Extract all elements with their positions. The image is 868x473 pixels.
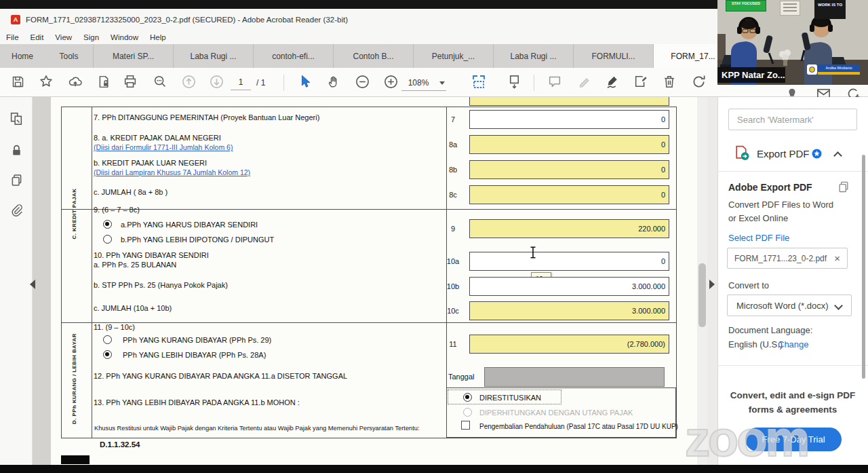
- rotate-pages-button[interactable]: [686, 71, 711, 95]
- tab-formuli[interactable]: FORMULI...: [573, 44, 653, 68]
- tab-laba-rugi-1[interactable]: Laba Rugi ...: [173, 44, 253, 68]
- tab-petunjuk[interactable]: Petunjuk_...: [413, 44, 493, 68]
- row9-radio-a[interactable]: [103, 220, 112, 229]
- tab-laba-rugi-2[interactable]: Laba Rugi ...: [493, 44, 573, 68]
- search-icon: [153, 74, 167, 92]
- field-7[interactable]: 0: [469, 110, 669, 129]
- field-11[interactable]: (2.780.000): [469, 335, 669, 354]
- field-10b[interactable]: 3.000.000: [469, 277, 669, 296]
- form-border-line: [676, 107, 677, 438]
- export-description: Convert PDF Files to Word or Excel Onlin…: [728, 198, 842, 225]
- tab-home[interactable]: Home: [0, 44, 45, 68]
- search-tools-input[interactable]: [728, 109, 857, 130]
- field-8c[interactable]: 0: [469, 185, 669, 204]
- export-review-panel-button[interactable]: [7, 111, 25, 129]
- free-trial-button[interactable]: Free 7-Day Trial: [745, 428, 842, 451]
- convert-pages-icon: [837, 180, 850, 196]
- row13-radio-diperhitungkan[interactable]: [463, 408, 472, 417]
- pages-search-icon: [9, 111, 24, 129]
- tab-contoh-efi[interactable]: contoh-efi...: [253, 44, 333, 68]
- field-10a[interactable]: 0: [469, 252, 669, 271]
- document-scrollbar-thumb[interactable]: [698, 263, 706, 327]
- row8b-link[interactable]: (Diisi dari Lampiran Khusus 7A Jumlah Ko…: [94, 168, 250, 176]
- zoom-dropdown-arrow-icon[interactable]: [439, 81, 445, 85]
- attachments-panel-button[interactable]: [7, 202, 25, 220]
- field-9[interactable]: 220.000: [469, 219, 669, 238]
- row13-radio-direstitusikan[interactable]: [463, 393, 472, 402]
- page-number-input[interactable]: 1: [231, 74, 251, 90]
- tab-contoh-b[interactable]: Contoh B...: [333, 44, 413, 68]
- tab-tools[interactable]: Tools: [45, 44, 93, 68]
- zoom-out-button[interactable]: [350, 71, 374, 95]
- select-tool-button[interactable]: [293, 71, 317, 95]
- toolbar-separator: [283, 75, 284, 91]
- share-cloud-button[interactable]: [63, 71, 87, 95]
- row11-radio-b[interactable]: [103, 350, 112, 359]
- panel-divider: [717, 171, 868, 172]
- selected-file-name: FORM_1771...23_0-2.pdf: [734, 254, 827, 263]
- form-border-line: [61, 322, 677, 323]
- page-count-label: / 1: [256, 78, 265, 88]
- previous-page-button[interactable]: [176, 71, 201, 95]
- row11-option-a-label: PPh YANG KURANG DIBAYAR (PPh Ps. 29): [123, 336, 271, 344]
- row9-radio-b[interactable]: [103, 235, 112, 244]
- row8b-code: 8b: [441, 166, 465, 174]
- comment-button[interactable]: [542, 71, 567, 95]
- file-lock-icon: [97, 75, 111, 92]
- sign-button[interactable]: [600, 71, 625, 95]
- field-8a[interactable]: 0: [469, 135, 669, 154]
- signature-pen-icon: [605, 74, 620, 92]
- highlight-button[interactable]: [572, 71, 596, 95]
- menu-sign[interactable]: Sign: [83, 33, 99, 41]
- selected-file-chip[interactable]: FORM_1771...23_0-2.pdf ×: [727, 248, 848, 269]
- section-c-label: C. KREDIT PAJAK: [71, 170, 81, 258]
- tab-materi-sp[interactable]: Materi SP...: [93, 44, 173, 68]
- speaker-nametag: Andika Windianto: [818, 64, 860, 72]
- export-pdf-header[interactable]: Export PDF: [757, 148, 810, 159]
- fit-page-button[interactable]: [467, 71, 491, 95]
- field-6-partial[interactable]: [469, 97, 669, 106]
- comment-bubble-icon: [547, 74, 562, 92]
- delete-pages-button[interactable]: [657, 71, 682, 95]
- zoom-level-select[interactable]: 108%: [403, 78, 434, 88]
- hand-tool-button[interactable]: [321, 71, 346, 95]
- select-pdf-file-link[interactable]: Select PDF File: [728, 233, 789, 243]
- find-button[interactable]: [148, 71, 172, 95]
- security-panel-button[interactable]: [7, 143, 25, 160]
- field-10c[interactable]: 3.000.000: [469, 301, 669, 320]
- remove-file-icon[interactable]: ×: [834, 252, 840, 264]
- menu-edit[interactable]: Edit: [31, 33, 44, 41]
- row13-checkbox-pengembalian[interactable]: [461, 421, 470, 430]
- row8c-label: c. JUMLAH ( 8a + 8b ): [94, 188, 167, 196]
- row11-radio-a[interactable]: [103, 335, 112, 344]
- fit-page-icon: [471, 73, 487, 92]
- menu-window[interactable]: Window: [111, 33, 138, 41]
- next-page-button[interactable]: [204, 71, 229, 95]
- form-border-line: [61, 107, 677, 107]
- fill-sign-button[interactable]: [629, 71, 653, 95]
- poster-small: [780, 1, 800, 16]
- menu-file[interactable]: File: [6, 33, 19, 41]
- field-tanggal[interactable]: [484, 367, 665, 387]
- panel-scrollbar-thumb[interactable]: [862, 155, 865, 379]
- star-favorites-button[interactable]: [34, 71, 58, 95]
- print-button[interactable]: [118, 71, 142, 95]
- save-button[interactable]: [5, 71, 30, 95]
- rotate-icon: [691, 74, 707, 92]
- field-8b[interactable]: 0: [469, 160, 669, 179]
- row7-label: 7. PPh DITANGGUNG PEMERINTAH (Proyek Ban…: [94, 113, 319, 121]
- adobe-export-pdf-title: Adobe Export PDF: [728, 182, 812, 193]
- secured-file-button[interactable]: [92, 71, 116, 95]
- row8a-link[interactable]: (Diisi dari Formulir 1771-III Jumlah Kol…: [94, 143, 233, 151]
- menu-view[interactable]: View: [55, 33, 72, 41]
- pages-panel-button[interactable]: [7, 172, 25, 190]
- scroll-mode-button[interactable]: [502, 71, 526, 95]
- row11-option-b-label: PPh YANG LEBIH DIBAYAR (PPh Ps. 28A): [123, 351, 266, 359]
- change-language-link[interactable]: Change: [778, 339, 809, 349]
- zoom-in-button[interactable]: [378, 71, 403, 95]
- format-dropdown[interactable]: Microsoft Word (*.docx): [727, 295, 852, 316]
- menu-help[interactable]: Help: [150, 33, 166, 41]
- document-language-value: English (U.S.): [728, 339, 783, 349]
- collapse-right-pane-arrow[interactable]: [709, 280, 715, 289]
- collapse-left-pane-arrow[interactable]: [30, 280, 35, 289]
